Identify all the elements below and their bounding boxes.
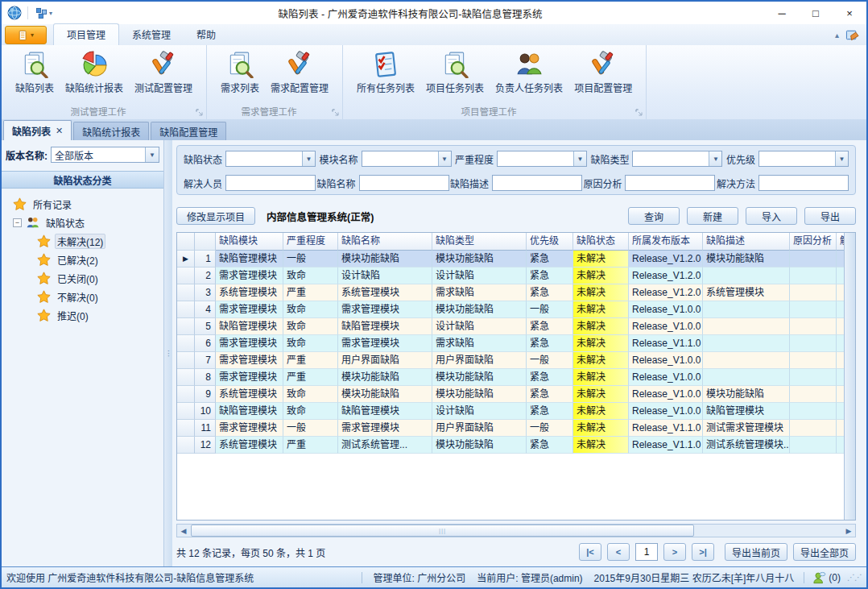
scrollbar-thumb[interactable]: ||| — [191, 525, 694, 537]
doc-tab-defect-list[interactable]: 缺陷列表✕ — [3, 120, 72, 140]
people-icon — [26, 216, 39, 230]
chevron-down-icon[interactable]: ▼ — [573, 151, 586, 166]
app-logo-icon[interactable] — [6, 5, 23, 21]
table-row[interactable]: 5缺陷管理模块致命缺陷管理模块设计缺陷紧急未解决Release_V1.0.0 — [177, 318, 856, 335]
export-current-page-button[interactable]: 导出当前页 — [725, 543, 787, 561]
column-header[interactable]: 优先级 — [527, 233, 573, 251]
export-all-pages-button[interactable]: 导出全部页 — [793, 543, 856, 561]
first-page-button[interactable]: |< — [579, 543, 601, 561]
minimize-button[interactable]: ─ — [765, 2, 799, 24]
last-page-button[interactable]: >| — [692, 543, 714, 561]
column-header[interactable]: 缺陷状态 — [573, 233, 629, 251]
row-number: 1 — [195, 251, 216, 268]
column-header[interactable]: 所属发布版本 — [629, 233, 703, 251]
ribbon-button-requirement-list[interactable]: 需求列表 — [215, 48, 265, 97]
tree-item-wont-fix[interactable]: 不解决(0) — [2, 288, 163, 306]
panel-splitter[interactable]: ⋯ — [164, 140, 172, 566]
doc-tab-defect-config-mgmt[interactable]: 缺陷配置管理 — [151, 122, 226, 140]
ribbon-tab-project-mgmt[interactable]: 项目管理 — [53, 23, 119, 45]
doc-tab-defect-stats-report[interactable]: 缺陷统计报表 — [73, 122, 149, 140]
collapse-ribbon-icon[interactable]: ▴ — [835, 31, 839, 39]
table-row[interactable]: 11需求管理模块一般需求管理模块用户界面缺陷一般未解决Release_V1.1.… — [177, 420, 856, 437]
chevron-down-icon[interactable]: ▼ — [835, 151, 848, 166]
filter-cause-analysis-input[interactable] — [625, 175, 715, 191]
prev-page-button[interactable]: < — [607, 543, 630, 561]
tree-item-defect-status[interactable]: −缺陷状态 — [2, 214, 163, 232]
next-page-button[interactable]: > — [663, 543, 686, 561]
filter-module-name-select[interactable]: ▼ — [362, 151, 452, 167]
table-cell — [703, 318, 790, 335]
application-menu-button[interactable]: ▾ — [5, 26, 47, 44]
ribbon-button-defect-stats-report[interactable]: 缺陷统计报表 — [60, 48, 129, 97]
filter-priority-select[interactable]: ▼ — [758, 151, 849, 167]
table-row[interactable]: 4需求管理模块致命需求管理模块模块功能缺陷一般未解决Release_V1.0.0 — [177, 301, 856, 318]
version-select[interactable]: 全部版本 ▼ — [51, 147, 159, 163]
tree-item-unresolved[interactable]: 未解决(12) — [2, 232, 163, 251]
table-row[interactable]: 9系统管理模块致命模块功能缺陷模块功能缺陷紧急未解决Release_V1.0.0… — [177, 386, 856, 403]
column-header[interactable]: 缺陷模块 — [216, 233, 283, 251]
filter-resolver-input[interactable] — [225, 175, 316, 191]
chevron-down-icon[interactable]: ▼ — [145, 147, 159, 162]
column-header[interactable]: 严重程度 — [283, 233, 338, 251]
table-row[interactable]: 2需求管理模块致命设计缺陷设计缺陷紧急未解决Release_V1.2.0 — [177, 268, 856, 284]
chevron-down-icon[interactable]: ▼ — [438, 151, 451, 166]
scroll-left-icon[interactable]: ◀ — [177, 525, 190, 537]
tree-item-resolved[interactable]: 已解决(2) — [2, 251, 163, 269]
horizontal-scrollbar[interactable]: ◀ ||| ▶ — [176, 524, 856, 537]
page-number-input[interactable]: 1 — [635, 543, 658, 561]
defect-status-cell: 未解决 — [573, 437, 629, 454]
resize-grip-icon[interactable]: ⋰⋰ — [847, 573, 862, 582]
filter-defect-name-input[interactable] — [359, 175, 449, 191]
table-row[interactable]: 3系统管理模块严重系统管理模块需求缺陷紧急未解决Release_V1.2.0系统… — [177, 284, 856, 301]
new-button[interactable]: 新建 — [687, 207, 738, 225]
modify-display-items-button[interactable]: 修改显示项目 — [176, 207, 255, 225]
table-row[interactable]: 6需求管理模块致命需求管理模块需求缺陷紧急未解决Release_V1.1.0 — [177, 335, 856, 352]
close-tab-icon[interactable]: ✕ — [56, 126, 63, 136]
column-header[interactable]: 缺陷类型 — [432, 233, 527, 251]
dialog-launcher-icon[interactable] — [196, 109, 204, 117]
column-header[interactable]: 缺陷名称 — [338, 233, 432, 251]
ribbon-button-project-tasks-list[interactable]: 项目任务列表 — [420, 48, 490, 97]
ribbon-button-requirement-config-mgmt[interactable]: 需求配置管理 — [265, 48, 334, 97]
quick-access-toolbar-icon[interactable]: ▾ — [32, 7, 56, 19]
export-button[interactable]: 导出 — [804, 207, 856, 225]
table-row[interactable]: 7需求管理模块严重用户界面缺陷用户界面缺陷一般未解决Release_V1.0.0 — [177, 352, 856, 369]
tree-item-all-records[interactable]: 所有记录 — [2, 195, 163, 214]
filter-defect-status-select[interactable]: ▼ — [225, 151, 316, 167]
ribbon-button-all-tasks-list[interactable]: 所有任务列表 — [351, 48, 420, 97]
table-cell: 模块功能缺陷 — [432, 369, 527, 386]
ribbon-button-owner-tasks-list[interactable]: 负责人任务列表 — [490, 48, 568, 97]
ribbon-button-defect-list[interactable]: 缺陷列表 — [10, 48, 60, 97]
filter-defect-type-select[interactable]: ▼ — [632, 151, 722, 167]
scroll-right-icon[interactable]: ▶ — [842, 525, 855, 537]
vertical-scrollbar[interactable] — [844, 233, 855, 520]
table-row[interactable]: 10缺陷管理模块致命缺陷管理模块设计缺陷紧急未解决Release_V1.0.0缺… — [177, 403, 856, 420]
collapse-node-icon[interactable]: − — [13, 218, 22, 227]
grid-toolbar: 修改显示项目 内部信息管理系统(正常) 查询新建导入导出 — [176, 206, 856, 226]
dialog-launcher-icon[interactable] — [635, 109, 643, 117]
ribbon-tab-system-mgmt[interactable]: 系统管理 — [119, 24, 184, 45]
dialog-launcher-icon[interactable] — [332, 109, 340, 117]
column-header[interactable]: 原因分析 — [790, 233, 837, 251]
filter-severity-select[interactable]: ▼ — [497, 151, 587, 167]
chevron-down-icon[interactable]: ▼ — [302, 151, 315, 166]
tree-item-postponed[interactable]: 推迟(0) — [2, 306, 163, 325]
ribbon-tab-help[interactable]: 帮助 — [184, 24, 229, 45]
column-header[interactable]: 缺陷描述 — [703, 233, 790, 251]
query-button[interactable]: 查询 — [628, 207, 680, 225]
import-button[interactable]: 导入 — [746, 207, 797, 225]
table-row[interactable]: ▶1缺陷管理模块一般模块功能缺陷模块功能缺陷紧急未解决Release_V1.2.… — [177, 251, 856, 268]
message-indicator[interactable]: (0) — [812, 571, 841, 584]
maximize-button[interactable]: □ — [799, 2, 833, 24]
table-row[interactable]: 12系统管理模块严重测试系统管理...模块功能缺陷紧急未解决Release_V1… — [177, 437, 856, 454]
ribbon-button-test-config-mgmt[interactable]: 测试配置管理 — [129, 48, 198, 97]
filter-defect-desc-input[interactable] — [492, 175, 582, 191]
defect-grid[interactable]: 缺陷模块严重程度缺陷名称缺陷类型优先级缺陷状态所属发布版本缺陷描述原因分析解决方… — [176, 232, 856, 521]
close-button[interactable]: × — [833, 2, 866, 24]
chevron-down-icon[interactable]: ▼ — [709, 151, 721, 166]
tree-item-closed[interactable]: 已关闭(0) — [2, 269, 163, 288]
help-icon[interactable] — [845, 28, 860, 42]
table-row[interactable]: 8需求管理模块严重模块功能缺陷模块功能缺陷紧急未解决Release_V1.0.0 — [177, 369, 856, 386]
filter-solution-input[interactable] — [758, 175, 849, 191]
ribbon-button-project-config-mgmt[interactable]: 项目配置管理 — [568, 48, 638, 97]
